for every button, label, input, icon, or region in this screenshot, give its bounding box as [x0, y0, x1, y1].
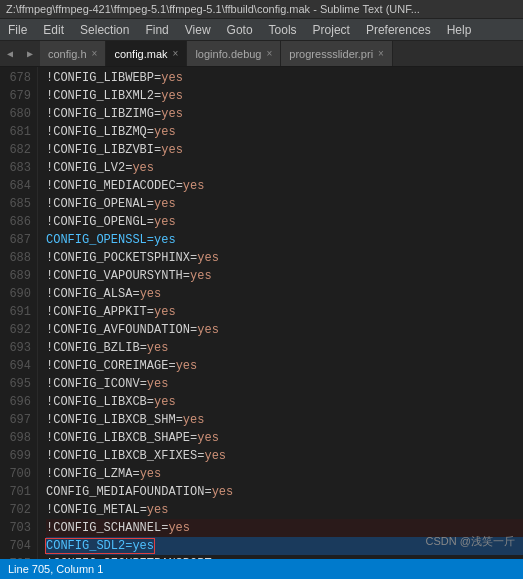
tab-bar: ◀ ▶ config.h×config.mak×loginfo.debug×pr… [0, 41, 523, 67]
code-line-699: !CONFIG_LIBXCB_XFIXES=yes [46, 447, 523, 465]
status-text: Line 705, Column 1 [8, 563, 103, 575]
line-number-689: 689 [0, 267, 31, 285]
code-line-692: !CONFIG_AVFOUNDATION=yes [46, 321, 523, 339]
tab-1[interactable]: config.mak× [106, 41, 187, 66]
code-line-698: !CONFIG_LIBXCB_SHAPE=yes [46, 429, 523, 447]
line-number-687: 687 [0, 231, 31, 249]
line-number-697: 697 [0, 411, 31, 429]
tab-3[interactable]: progressslider.pri× [281, 41, 393, 66]
line-number-704: 704 [0, 537, 31, 555]
line-number-700: 700 [0, 465, 31, 483]
menu-item-view[interactable]: View [177, 19, 219, 40]
line-number-683: 683 [0, 159, 31, 177]
code-line-701: CONFIG_MEDIAFOUNDATION=yes [46, 483, 523, 501]
code-line-700: !CONFIG_LZMA=yes [46, 465, 523, 483]
code-line-690: !CONFIG_ALSA=yes [46, 285, 523, 303]
title-bar: Z:\ffmpeg\ffmpeg-421\ffmpeg-5.1\ffmpeg-5… [0, 0, 523, 19]
code-line-697: !CONFIG_LIBXCB_SHM=yes [46, 411, 523, 429]
menu-item-selection[interactable]: Selection [72, 19, 137, 40]
menu-item-preferences[interactable]: Preferences [358, 19, 439, 40]
code-line-693: !CONFIG_BZLIB=yes [46, 339, 523, 357]
line-number-692: 692 [0, 321, 31, 339]
code-line-686: !CONFIG_OPENGL=yes [46, 213, 523, 231]
code-line-681: !CONFIG_LIBZMQ=yes [46, 123, 523, 141]
line-number-686: 686 [0, 213, 31, 231]
menu-item-find[interactable]: Find [137, 19, 176, 40]
line-number-682: 682 [0, 141, 31, 159]
code-line-691: !CONFIG_APPKIT=yes [46, 303, 523, 321]
code-line-684: !CONFIG_MEDIACODEC=yes [46, 177, 523, 195]
tab-2[interactable]: loginfo.debug× [187, 41, 281, 66]
line-number-695: 695 [0, 375, 31, 393]
line-number-680: 680 [0, 105, 31, 123]
status-bar: Line 705, Column 1 [0, 559, 523, 579]
tab-close-2[interactable]: × [266, 48, 272, 59]
line-numbers: 6786796806816826836846856866876886896906… [0, 67, 38, 576]
tab-scroll-right[interactable]: ▶ [20, 41, 40, 66]
code-line-678: !CONFIG_LIBWEBP=yes [46, 69, 523, 87]
tab-close-1[interactable]: × [173, 48, 179, 59]
line-number-694: 694 [0, 357, 31, 375]
code-line-679: !CONFIG_LIBXML2=yes [46, 87, 523, 105]
code-line-687: CONFIG_OPENSSL=yes [46, 231, 523, 249]
line-number-696: 696 [0, 393, 31, 411]
menu-item-tools[interactable]: Tools [261, 19, 305, 40]
code-line-695: !CONFIG_ICONV=yes [46, 375, 523, 393]
code-line-689: !CONFIG_VAPOURSYNTH=yes [46, 267, 523, 285]
line-number-685: 685 [0, 195, 31, 213]
line-number-681: 681 [0, 123, 31, 141]
line-number-701: 701 [0, 483, 31, 501]
menu-item-file[interactable]: File [0, 19, 35, 40]
line-number-679: 679 [0, 87, 31, 105]
menu-bar: FileEditSelectionFindViewGotoToolsProjec… [0, 19, 523, 41]
watermark: CSDN @浅笑一斤 [426, 534, 515, 549]
tab-0[interactable]: config.h× [40, 41, 106, 66]
line-number-699: 699 [0, 447, 31, 465]
menu-item-help[interactable]: Help [439, 19, 480, 40]
line-number-698: 698 [0, 429, 31, 447]
line-number-693: 693 [0, 339, 31, 357]
code-line-680: !CONFIG_LIBZIMG=yes [46, 105, 523, 123]
line-number-688: 688 [0, 249, 31, 267]
line-number-703: 703 [0, 519, 31, 537]
code-line-688: !CONFIG_POCKETSPHINX=yes [46, 249, 523, 267]
line-number-702: 702 [0, 501, 31, 519]
code-line-685: !CONFIG_OPENAL=yes [46, 195, 523, 213]
tab-close-3[interactable]: × [378, 48, 384, 59]
code-content[interactable]: !CONFIG_LIBWEBP=yes!CONFIG_LIBXML2=yes!C… [38, 67, 523, 576]
code-line-696: !CONFIG_LIBXCB=yes [46, 393, 523, 411]
menu-item-edit[interactable]: Edit [35, 19, 72, 40]
code-line-683: !CONFIG_LV2=yes [46, 159, 523, 177]
line-number-691: 691 [0, 303, 31, 321]
tab-close-0[interactable]: × [92, 48, 98, 59]
menu-item-project[interactable]: Project [305, 19, 358, 40]
menu-item-goto[interactable]: Goto [219, 19, 261, 40]
line-number-690: 690 [0, 285, 31, 303]
code-line-682: !CONFIG_LIBZVBI=yes [46, 141, 523, 159]
code-line-702: !CONFIG_METAL=yes [46, 501, 523, 519]
line-number-684: 684 [0, 177, 31, 195]
code-area: 6786796806816826836846856866876886896906… [0, 67, 523, 576]
line-number-678: 678 [0, 69, 31, 87]
tab-scroll-left[interactable]: ◀ [0, 41, 20, 66]
code-line-694: !CONFIG_COREIMAGE=yes [46, 357, 523, 375]
